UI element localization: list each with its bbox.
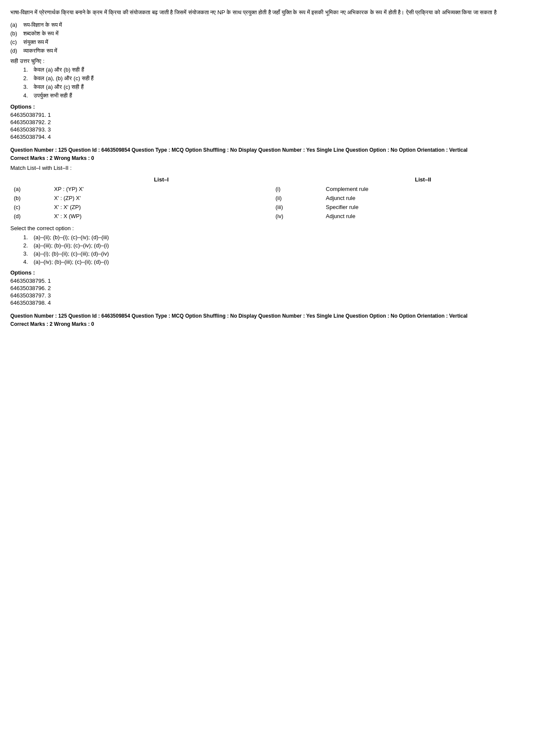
match-row-d-list2: Adjunct rule bbox=[323, 212, 524, 221]
select-label: Select the correct option : bbox=[10, 225, 524, 231]
match-table: List–I List–II (a) XP : (YP) X' (i) Comp… bbox=[10, 175, 524, 221]
option-a-letter: (a) bbox=[10, 22, 23, 28]
hindi-passage: भाषा-विज्ञान में प्रेरणार्थक क्रिया बनान… bbox=[10, 8, 524, 17]
match-row-c-num: (iii) bbox=[272, 203, 323, 212]
marks-2: Correct Marks : 2 Wrong Marks : 0 bbox=[10, 321, 524, 327]
num-opt-2-1-text: (a)–(ii); (b)–(i); (c)–(iv); (d)–(iii) bbox=[34, 234, 109, 241]
num-opt-1-4-text: उपर्युक्त सभी सही हैं bbox=[34, 92, 72, 99]
num-opt-2-2-text: (a)–(iii); (b)–(ii); (c)–(iv); (d)–(i) bbox=[34, 242, 109, 249]
match-row-d-num: (iv) bbox=[272, 212, 323, 221]
num-opt-2-4-num: 4. bbox=[23, 259, 34, 265]
num-opt-2-2-num: 2. bbox=[23, 242, 34, 249]
option-id-2-4: 64635038798. 4 bbox=[10, 300, 524, 306]
match-row-d: (d) X' : X (WP) (iv) Adjunct rule bbox=[10, 212, 524, 221]
option-b-text: शब्दकोश के रूप में bbox=[23, 30, 59, 37]
match-row-b: (b) X' : (ZP) X' (ii) Adjunct rule bbox=[10, 194, 524, 203]
option-id-2-1: 64635038795. 1 bbox=[10, 278, 524, 284]
num-opt-1-2-text: केवल (a), (b) और (c) सही हैं bbox=[34, 75, 93, 82]
match-th-blank2 bbox=[272, 175, 323, 184]
match-row-b-list1: X' : (ZP) X' bbox=[50, 194, 272, 203]
options-label-2: Options : bbox=[10, 269, 524, 276]
option-b-letter: (b) bbox=[10, 30, 23, 37]
match-row-a-list1: XP : (YP) X' bbox=[50, 184, 272, 194]
match-row-b-list2: Adjunct rule bbox=[323, 194, 524, 203]
match-th-blank bbox=[10, 175, 50, 184]
option-ids-1-container: 64635038791. 1 64635038792. 2 6463503879… bbox=[10, 112, 524, 140]
options-abcd-container: (a) रूप-विज्ञान के रूप में (b) शब्दकोश क… bbox=[10, 22, 524, 54]
match-row-a-num: (i) bbox=[272, 184, 323, 194]
option-id-2-2: 64635038796. 2 bbox=[10, 285, 524, 291]
option-id-1-1: 64635038791. 1 bbox=[10, 112, 524, 118]
num-opt-2-4: 4. (a)–(iv); (b)–(iii); (c)–(ii); (d)–(i… bbox=[23, 259, 524, 265]
num-opt-2-3-num: 3. bbox=[23, 250, 34, 257]
num-opt-2-1-num: 1. bbox=[23, 234, 34, 241]
num-opt-1-3-num: 3. bbox=[23, 84, 34, 90]
numbered-options-2-container: 1. (a)–(ii); (b)–(i); (c)–(iv); (d)–(iii… bbox=[10, 234, 524, 265]
num-opt-1-1-num: 1. bbox=[23, 66, 34, 73]
option-id-2-3: 64635038797. 3 bbox=[10, 292, 524, 299]
option-id-1-4: 64635038794. 4 bbox=[10, 134, 524, 140]
num-opt-2-3-text: (a)–(i); (b)–(ii); (c)–(iii); (d)–(iv) bbox=[34, 250, 109, 257]
num-opt-1-1: 1. केवल (a) और (b) सही हैं bbox=[23, 66, 524, 73]
match-row-a-list2: Complement rule bbox=[323, 184, 524, 194]
num-opt-2-3: 3. (a)–(i); (b)–(ii); (c)–(iii); (d)–(iv… bbox=[23, 250, 524, 257]
option-c-text: संयुक्त रूप में bbox=[23, 39, 48, 46]
match-row-b-letter: (b) bbox=[10, 194, 50, 203]
numbered-options-1-container: 1. केवल (a) और (b) सही हैं 2. केवल (a), … bbox=[10, 66, 524, 99]
num-opt-1-2-num: 2. bbox=[23, 75, 34, 81]
question-meta-2: Question Number : 125 Question Id : 6463… bbox=[10, 312, 524, 320]
match-row-a: (a) XP : (YP) X' (i) Complement rule bbox=[10, 184, 524, 194]
match-row-d-list1: X' : X (WP) bbox=[50, 212, 272, 221]
question-meta-1: Question Number : 125 Question Id : 6463… bbox=[10, 146, 524, 154]
sahi-uttar-label: सही उत्तर चुनिए : bbox=[10, 58, 524, 65]
match-row-c-list2: Specifier rule bbox=[323, 203, 524, 212]
option-b: (b) शब्दकोश के रूप में bbox=[10, 30, 524, 37]
num-opt-1-4: 4. उपर्युक्त सभी सही हैं bbox=[23, 92, 524, 99]
match-intro: Match List–I with List–II : bbox=[10, 165, 524, 171]
num-opt-1-2: 2. केवल (a), (b) और (c) सही हैं bbox=[23, 75, 524, 82]
option-ids-2-container: 64635038795. 1 64635038796. 2 6463503879… bbox=[10, 278, 524, 306]
marks-1: Correct Marks : 2 Wrong Marks : 0 bbox=[10, 155, 524, 161]
option-d-letter: (d) bbox=[10, 47, 23, 54]
match-row-c-letter: (c) bbox=[10, 203, 50, 212]
match-row-c: (c) X' : X' (ZP) (iii) Specifier rule bbox=[10, 203, 524, 212]
match-row-d-letter: (d) bbox=[10, 212, 50, 221]
num-opt-2-1: 1. (a)–(ii); (b)–(i); (c)–(iv); (d)–(iii… bbox=[23, 234, 524, 241]
option-c: (c) संयुक्त रूप में bbox=[10, 39, 524, 46]
option-d: (d) व्याकरणिक रूप में bbox=[10, 47, 524, 54]
option-c-letter: (c) bbox=[10, 39, 23, 45]
num-opt-2-4-text: (a)–(iv); (b)–(iii); (c)–(ii); (d)–(i) bbox=[34, 259, 109, 265]
option-d-text: व्याकरणिक रूप में bbox=[23, 47, 57, 54]
match-th-list2: List–II bbox=[323, 175, 524, 184]
option-id-1-3: 64635038793. 3 bbox=[10, 126, 524, 133]
match-th-list1: List–I bbox=[50, 175, 272, 184]
num-opt-1-3-text: केवल (a) और (c) सही हैं bbox=[34, 84, 84, 91]
options-label-1: Options : bbox=[10, 103, 524, 110]
match-row-b-num: (ii) bbox=[272, 194, 323, 203]
num-opt-1-3: 3. केवल (a) और (c) सही हैं bbox=[23, 84, 524, 91]
match-row-a-letter: (a) bbox=[10, 184, 50, 194]
num-opt-1-1-text: केवल (a) और (b) सही हैं bbox=[34, 66, 84, 73]
match-row-c-list1: X' : X' (ZP) bbox=[50, 203, 272, 212]
num-opt-1-4-num: 4. bbox=[23, 92, 34, 99]
option-a: (a) रूप-विज्ञान के रूप में bbox=[10, 22, 524, 28]
option-a-text: रूप-विज्ञान के रूप में bbox=[23, 22, 62, 28]
num-opt-2-2: 2. (a)–(iii); (b)–(ii); (c)–(iv); (d)–(i… bbox=[23, 242, 524, 249]
option-id-1-2: 64635038792. 2 bbox=[10, 119, 524, 125]
